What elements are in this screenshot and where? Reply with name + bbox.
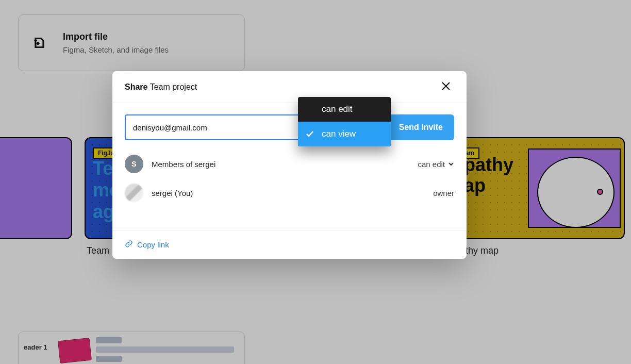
copy-link-button[interactable]: Copy link xyxy=(125,240,169,250)
member-row-team: S Members of sergei can edit xyxy=(125,155,454,173)
modal-footer: Copy link xyxy=(112,230,467,259)
member-role-label: can edit xyxy=(418,160,445,169)
member-name: sergei (You) xyxy=(152,189,425,197)
chevron-down-icon xyxy=(448,160,454,169)
permission-option-can-edit[interactable]: can edit xyxy=(298,97,391,122)
modal-project-name: Team project xyxy=(150,82,197,91)
members-list: S Members of sergei can edit sergei (You… xyxy=(125,155,454,202)
member-row-you: sergei (You) owner xyxy=(125,184,454,202)
permission-option-can-view[interactable]: can view xyxy=(298,122,391,146)
member-role-label: owner xyxy=(433,189,454,197)
close-button[interactable] xyxy=(438,79,454,95)
share-modal: Share Team project Send Invite S Members… xyxy=(112,71,467,259)
link-icon xyxy=(125,240,133,250)
modal-title-prefix: Share xyxy=(125,82,147,91)
modal-title: Share Team project xyxy=(125,82,197,92)
close-icon xyxy=(441,81,451,92)
avatar: S xyxy=(125,155,143,173)
member-name: Members of sergei xyxy=(152,160,409,169)
permission-dropdown: can edit can view xyxy=(298,97,391,146)
permission-option-label: can edit xyxy=(322,104,353,114)
send-invite-button[interactable]: Send Invite xyxy=(388,114,454,140)
avatar xyxy=(125,184,143,202)
modal-header: Share Team project xyxy=(112,71,467,103)
modal-body: Send Invite S Members of sergei can edit… xyxy=(112,103,467,207)
check-icon xyxy=(304,130,315,138)
permission-option-label: can view xyxy=(322,129,356,139)
copy-link-label: Copy link xyxy=(137,240,169,249)
member-role-dropdown[interactable]: can edit xyxy=(418,160,454,169)
invite-row: Send Invite xyxy=(125,114,454,140)
